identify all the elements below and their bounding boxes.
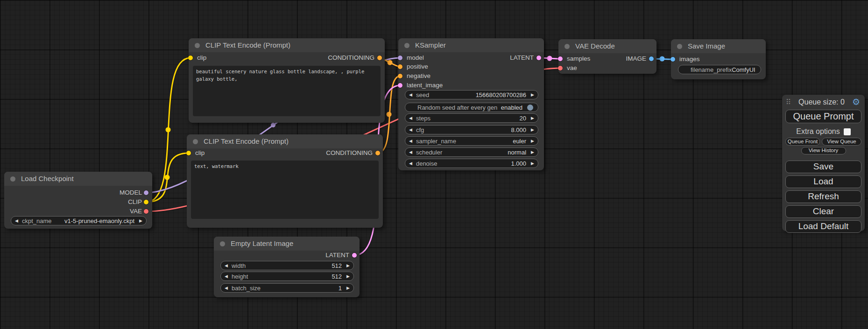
decrement-arrow-icon[interactable]: ◀ (409, 125, 412, 134)
queue-front-button[interactable]: Queue Front (785, 138, 820, 146)
node-title-bar[interactable]: Load Checkpoint (4, 172, 152, 186)
output-port-vae[interactable] (144, 209, 148, 214)
widget-value[interactable]: ComfyUI (732, 66, 755, 73)
node-title-bar[interactable]: Empty Latent Image (214, 237, 360, 251)
steps-widget[interactable]: ◀ steps 20 ▶ (405, 113, 538, 123)
collapse-dot-icon[interactable] (220, 241, 225, 246)
load-default-button[interactable]: Load Default (785, 220, 861, 233)
settings-gear-icon[interactable]: ⚙ (852, 98, 860, 106)
decrement-arrow-icon[interactable]: ◀ (409, 90, 412, 99)
refresh-button[interactable]: Refresh (785, 190, 861, 203)
decrement-arrow-icon[interactable]: ◀ (409, 136, 412, 146)
increment-arrow-icon[interactable]: ▶ (531, 125, 534, 134)
increment-arrow-icon[interactable]: ▶ (531, 90, 534, 99)
collapse-dot-icon[interactable] (565, 44, 570, 49)
node-title-bar[interactable]: CLIP Text Encode (Prompt) (189, 38, 385, 52)
node-title-bar[interactable]: VAE Decode (558, 39, 656, 53)
increment-arrow-icon[interactable]: ▶ (346, 283, 350, 293)
sampler-name-widget[interactable]: ◀ sampler_name euler ▶ (405, 136, 538, 146)
node-empty-latent-image[interactable]: Empty Latent Image LATENT ◀ width 512 ▶ … (214, 237, 360, 297)
node-vae-decode[interactable]: VAE Decode samples vae IMAGE (558, 39, 656, 74)
width-widget[interactable]: ◀ width 512 ▶ (220, 261, 354, 270)
toggle-knob-icon[interactable] (527, 105, 533, 111)
decrement-arrow-icon[interactable]: ◀ (225, 261, 228, 270)
input-port-negative[interactable] (398, 74, 402, 78)
collapse-dot-icon[interactable] (10, 176, 15, 182)
seed-widget[interactable]: ◀ seed 156680208700286 ▶ (405, 90, 538, 99)
collapse-dot-icon[interactable] (195, 43, 200, 48)
random-seed-toggle-widget[interactable]: Random seed after every gen enabled (405, 103, 538, 112)
load-button[interactable]: Load (785, 175, 861, 188)
output-port-latent[interactable] (536, 56, 541, 60)
widget-value[interactable]: v1-5-pruned-emaonly.ckpt (64, 217, 134, 224)
output-port-conditioning[interactable] (375, 151, 380, 155)
collapse-dot-icon[interactable] (677, 44, 682, 49)
node-title-bar[interactable]: KSampler (398, 38, 544, 52)
input-port-model[interactable] (398, 56, 402, 60)
increment-arrow-icon[interactable]: ▶ (531, 136, 534, 146)
collapse-dot-icon[interactable] (193, 139, 198, 144)
input-port-images[interactable] (670, 57, 675, 62)
decrement-arrow-icon[interactable]: ◀ (409, 113, 412, 123)
widget-value[interactable]: 512 (332, 262, 342, 269)
ckpt-name-widget[interactable]: ◀ ckpt_name v1-5-pruned-emaonly.ckpt ▶ (11, 216, 147, 225)
decrement-arrow-icon[interactable]: ◀ (15, 216, 18, 225)
view-queue-button[interactable]: View Queue (822, 138, 861, 146)
node-save-image[interactable]: Save Image images filename_prefix ComfyU… (671, 39, 766, 79)
widget-value[interactable]: 512 (332, 273, 342, 280)
output-port-image[interactable] (649, 56, 654, 61)
output-port-clip[interactable] (144, 200, 148, 204)
queue-prompt-button[interactable]: Queue Prompt (785, 110, 861, 123)
input-port-vae[interactable] (558, 66, 563, 70)
node-load-checkpoint[interactable]: Load Checkpoint MODEL CLIP VAE ◀ ckpt_na… (4, 172, 152, 229)
increment-arrow-icon[interactable]: ▶ (531, 147, 534, 157)
node-ksampler[interactable]: KSampler model positive negative latent_… (398, 38, 544, 170)
widget-value[interactable]: 1.000 (511, 160, 527, 167)
prompt-text-area[interactable]: text, watermark (191, 161, 379, 219)
output-label-vae: VAE (130, 208, 142, 215)
denoise-widget[interactable]: ◀ denoise 1.000 ▶ (405, 159, 538, 168)
widget-value[interactable]: 20 (520, 115, 526, 122)
node-title-bar[interactable]: Save Image (671, 39, 766, 53)
input-port-samples[interactable] (558, 56, 563, 61)
input-port-positive[interactable] (398, 64, 402, 69)
decrement-arrow-icon[interactable]: ◀ (409, 159, 412, 168)
batch-size-widget[interactable]: ◀ batch_size 1 ▶ (220, 283, 354, 293)
node-clip-encode-positive[interactable]: CLIP Text Encode (Prompt) clip CONDITION… (189, 38, 385, 123)
collapse-dot-icon[interactable] (404, 43, 409, 48)
increment-arrow-icon[interactable]: ▶ (346, 272, 350, 281)
decrement-arrow-icon[interactable]: ◀ (225, 283, 228, 293)
drag-handle-icon[interactable]: ⠿ (786, 98, 791, 106)
widget-value[interactable]: 8.000 (511, 126, 527, 133)
decrement-arrow-icon[interactable]: ◀ (409, 147, 412, 157)
input-port-clip[interactable] (188, 56, 193, 60)
cfg-widget[interactable]: ◀ cfg 8.000 ▶ (405, 125, 538, 134)
view-history-button[interactable]: View History (801, 147, 846, 154)
increment-arrow-icon[interactable]: ▶ (139, 216, 142, 225)
output-port-latent[interactable] (352, 253, 357, 258)
decrement-arrow-icon[interactable]: ◀ (225, 272, 228, 281)
widget-value[interactable]: normal (508, 149, 526, 156)
output-port-conditioning[interactable] (377, 56, 382, 60)
save-button[interactable]: Save (785, 161, 861, 173)
extra-options-checkbox[interactable] (844, 128, 851, 135)
prompt-text-area[interactable]: beautiful scenery nature glass bottle la… (193, 66, 381, 116)
node-graph-canvas[interactable]: Load Checkpoint MODEL CLIP VAE ◀ ckpt_na… (0, 0, 868, 329)
node-clip-encode-negative[interactable]: CLIP Text Encode (Prompt) clip CONDITION… (187, 134, 383, 228)
height-widget[interactable]: ◀ height 512 ▶ (220, 272, 354, 281)
output-port-model[interactable] (144, 190, 148, 195)
input-port-clip[interactable] (186, 151, 191, 155)
filename-prefix-widget[interactable]: filename_prefix ComfyUI (678, 65, 761, 74)
node-title-bar[interactable]: CLIP Text Encode (Prompt) (187, 134, 383, 148)
increment-arrow-icon[interactable]: ▶ (531, 113, 534, 123)
scheduler-widget[interactable]: ◀ scheduler normal ▶ (405, 147, 538, 157)
widget-value[interactable]: 156680208700286 (476, 91, 526, 98)
node-title: CLIP Text Encode (Prompt) (205, 41, 290, 49)
increment-arrow-icon[interactable]: ▶ (346, 261, 350, 270)
queue-menu-panel[interactable]: ⠿ Queue size: 0 ⚙ Queue Prompt Extra opt… (782, 95, 865, 231)
widget-value[interactable]: 1 (339, 285, 342, 292)
clear-button[interactable]: Clear (785, 205, 861, 218)
increment-arrow-icon[interactable]: ▶ (531, 159, 534, 168)
input-port-latent-image[interactable] (398, 83, 402, 88)
widget-value[interactable]: euler (513, 138, 526, 145)
